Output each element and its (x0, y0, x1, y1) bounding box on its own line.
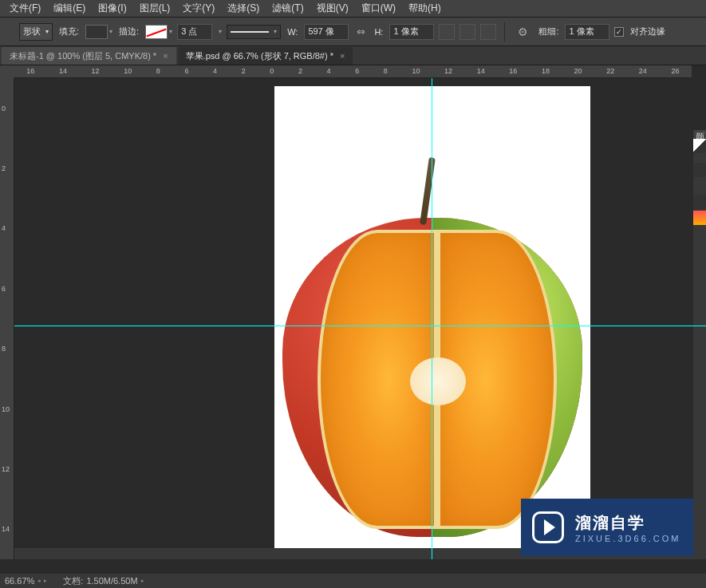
tool-mode-label: 形状 (23, 26, 41, 37)
menu-edit[interactable]: 编辑(E) (47, 0, 92, 17)
stroke-style-dropdown[interactable]: ▾ (227, 25, 281, 39)
tool-mode-dropdown[interactable]: 形状 ▾ (19, 23, 53, 41)
width-label: W: (287, 27, 298, 37)
canvas[interactable] (274, 86, 590, 559)
fill-swatch[interactable] (85, 25, 108, 39)
horizontal-ruler[interactable]: 16 14 12 10 8 6 4 2 0 2 4 6 8 10 12 14 1… (14, 65, 692, 78)
menu-help[interactable]: 帮助(H) (402, 0, 448, 17)
tab-label: 未标题-1 @ 100% (图层 5, CMYK/8) * (10, 50, 156, 62)
stroke-line-icon (231, 31, 269, 33)
shape-width-input[interactable] (304, 24, 349, 40)
doc-size: 1.50M/6.50M (86, 576, 137, 586)
chevron-down-icon: ▾ (219, 28, 222, 35)
zoom-level[interactable]: 66.67% (5, 576, 34, 586)
path-operations-button[interactable] (439, 24, 455, 40)
document-tab[interactable]: 未标题-1 @ 100% (图层 5, CMYK/8) * × (2, 47, 176, 65)
orange-center (410, 357, 466, 405)
align-edges-label: 对齐边缘 (630, 26, 665, 37)
arrow-right-icon[interactable]: ▸ (141, 578, 144, 584)
right-panel-strip: 颜 (693, 131, 706, 559)
workspace: 16 14 12 10 8 6 4 2 0 2 4 6 8 10 12 14 1… (0, 65, 706, 574)
watermark-url: ZIXUE.3D66.COM (575, 534, 680, 543)
arrow-left-icon[interactable]: ◂ (37, 578, 41, 584)
gear-icon[interactable] (513, 22, 532, 41)
thickness-label: 粗细: (538, 26, 558, 37)
menu-image[interactable]: 图像(I) (92, 0, 132, 17)
panel-item[interactable] (693, 195, 706, 209)
watermark-title: 溜溜自学 (575, 512, 680, 534)
vertical-ruler[interactable]: 0 2 4 6 8 10 12 14 (0, 78, 14, 559)
close-icon[interactable]: × (163, 51, 168, 61)
menu-select[interactable]: 选择(S) (221, 0, 266, 17)
vertical-guide[interactable] (432, 78, 432, 559)
stroke-width-input[interactable] (177, 24, 212, 40)
menu-window[interactable]: 窗口(W) (355, 0, 402, 17)
doc-info-label: 文档: (63, 575, 83, 587)
path-align-button[interactable] (459, 24, 475, 40)
menu-layer[interactable]: 图层(L) (133, 0, 177, 17)
menu-view[interactable]: 视图(V) (310, 0, 355, 17)
panel-item[interactable] (693, 163, 706, 177)
stem (420, 157, 436, 225)
document-tab[interactable]: 苹果.psd @ 66.7% (形状 7, RGB/8#) * × (178, 47, 353, 65)
chevron-down-icon: ▾ (274, 28, 277, 35)
watermark-logo (532, 511, 564, 543)
play-icon (544, 519, 555, 535)
chevron-down-icon: ▾ (109, 28, 112, 35)
menu-type[interactable]: 文字(Y) (176, 0, 221, 17)
arrow-right-icon[interactable]: ▸ (44, 578, 47, 584)
ruler-corner (0, 65, 14, 78)
menu-bar: 文件(F) 编辑(E) 图像(I) 图层(L) 文字(Y) 选择(S) 滤镜(T… (0, 0, 706, 18)
close-icon[interactable]: × (340, 51, 345, 61)
document-tabs: 未标题-1 @ 100% (图层 5, CMYK/8) * × 苹果.psd @… (0, 46, 706, 65)
horizontal-guide[interactable] (14, 326, 706, 326)
canvas-image (282, 170, 582, 553)
watermark: 溜溜自学 ZIXUE.3D66.COM (521, 499, 693, 556)
thickness-input[interactable] (565, 24, 609, 40)
chevron-down-icon: ▾ (169, 28, 172, 35)
options-bar: 形状 ▾ 填充: ▾ 描边: ▾ ▾ ▾ W: ⇔ H: 粗细: ✓ 对齐边缘 (0, 18, 706, 46)
link-icon[interactable]: ⇔ (353, 25, 368, 39)
height-label: H: (374, 27, 383, 37)
shape-height-input[interactable] (389, 24, 434, 40)
menu-filter[interactable]: 滤镜(T) (266, 0, 310, 17)
menu-file[interactable]: 文件(F) (3, 0, 47, 17)
canvas-viewport[interactable] (14, 78, 706, 559)
gradient-swatch[interactable] (693, 211, 706, 225)
align-edges-checkbox[interactable]: ✓ (614, 27, 624, 37)
fill-label: 填充: (59, 26, 79, 37)
chevron-down-icon: ▾ (45, 28, 49, 35)
separator (504, 22, 505, 41)
path-arrange-button[interactable] (480, 24, 496, 40)
status-bar: 66.67% ◂ ▸ 文档: 1.50M/6.50M ▸ (0, 574, 706, 588)
tab-label: 苹果.psd @ 66.7% (形状 7, RGB/8#) * (186, 50, 333, 62)
foreground-background-swatch[interactable] (693, 139, 706, 153)
stroke-label: 描边: (119, 26, 139, 37)
stroke-swatch[interactable] (145, 25, 168, 39)
